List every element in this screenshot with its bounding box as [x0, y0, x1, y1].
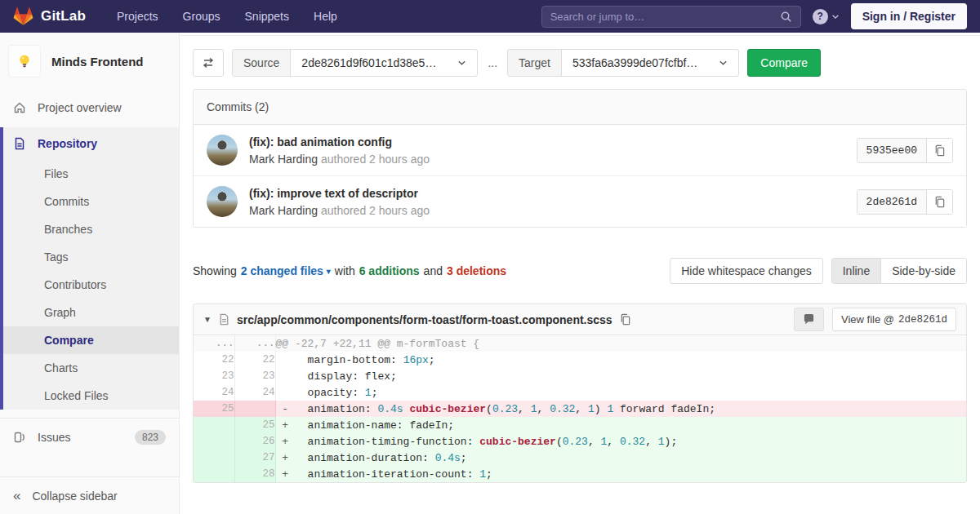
code-segment: , — [518, 403, 531, 415]
commit-author[interactable]: Mark Harding — [249, 153, 318, 166]
sidebar-item-tags[interactable]: Tags — [3, 243, 179, 271]
new-line-number[interactable]: 26 — [234, 433, 275, 450]
new-line-number[interactable]: 25 — [234, 417, 275, 433]
file-path[interactable]: src/app/common/components/form-toast/for… — [237, 313, 612, 326]
sidebar-item-project-overview[interactable]: Project overview — [0, 91, 179, 124]
diff-sign — [275, 384, 295, 401]
nav-snippets[interactable]: Snippets — [245, 10, 289, 23]
copy-sha-button[interactable] — [927, 190, 952, 214]
sidebar-item-graph[interactable]: Graph — [3, 299, 179, 326]
old-line-number[interactable]: 25 — [194, 401, 234, 417]
copy-sha-icon — [933, 144, 946, 157]
side-by-side-view-button[interactable]: Side-by-side — [880, 259, 966, 283]
sidebar-item-repository[interactable]: Repository — [3, 127, 179, 160]
new-line-number[interactable]: 27 — [234, 450, 275, 466]
hide-whitespace-button[interactable]: Hide whitespace changes — [670, 258, 823, 284]
diff-sign: + — [275, 433, 295, 450]
compare-button[interactable]: Compare — [747, 49, 821, 77]
old-line-number[interactable]: 24 — [194, 384, 234, 401]
sidebar: Minds Frontend Project overview Reposito… — [0, 33, 180, 514]
diff-code: animation-timing-function: cubic-bezier(… — [295, 433, 966, 450]
changed-files-dropdown[interactable]: 2 changed files ▾ — [241, 264, 331, 277]
commit-title[interactable]: (fix): improve text of descriptor — [249, 187, 857, 200]
collapse-sidebar-button[interactable]: « Collapse sidebar — [0, 476, 179, 514]
code-segment: , — [537, 403, 550, 415]
new-line-number[interactable]: 28 — [234, 466, 275, 482]
sidebar-item-charts[interactable]: Charts — [3, 354, 179, 382]
old-line-number[interactable] — [194, 450, 234, 466]
new-line-number[interactable] — [234, 401, 275, 417]
old-line-number[interactable]: 22 — [194, 352, 234, 368]
document-icon — [13, 137, 26, 150]
gitlab-logo[interactable]: GitLab — [13, 7, 86, 26]
diff-sign — [275, 352, 295, 368]
sidebar-item-branches[interactable]: Branches — [3, 215, 179, 243]
new-line-number[interactable]: 23 — [234, 368, 275, 384]
commits-panel: Commits (2) (fix): bad animation configM… — [193, 89, 967, 228]
old-line-number[interactable] — [194, 433, 234, 450]
code-segment: , — [607, 436, 620, 448]
file-diff-panel: ▼ src/app/common/components/form-toast/f… — [193, 304, 967, 483]
commit-sha-group: 5935ee00 — [857, 138, 953, 163]
source-value: 2de8261d9f601c1d38e5… — [301, 56, 436, 69]
swap-revisions-button[interactable] — [193, 49, 224, 77]
target-branch-select[interactable]: Target 533fa6a3999de07fcfbf… — [507, 49, 739, 77]
sidebar-item-commits[interactable]: Commits — [3, 188, 179, 215]
diff-table: ......@@ -22,7 +22,11 @@ m-formToast {22… — [194, 335, 966, 482]
old-line-number[interactable]: 23 — [194, 368, 234, 384]
target-label: Target — [508, 50, 562, 76]
copy-sha-button[interactable] — [927, 139, 952, 162]
view-file-button[interactable]: View file @ 2de8261d — [832, 308, 956, 331]
sidebar-item-contributors[interactable]: Contributors — [3, 271, 179, 299]
sidebar-item-compare[interactable]: Compare — [3, 326, 179, 354]
copy-path-icon[interactable] — [619, 313, 631, 326]
code-segment: opacity: — [295, 387, 365, 399]
nav-help[interactable]: Help — [314, 10, 337, 23]
new-line-number[interactable]: ... — [234, 335, 275, 352]
sidebar-item-locked-files[interactable]: Locked Files — [3, 382, 179, 410]
sidebar-item-files[interactable]: Files — [3, 160, 179, 188]
global-search[interactable] — [541, 6, 801, 28]
source-branch-select[interactable]: Source 2de8261d9f601c1d38e5… — [232, 49, 478, 77]
repo-subnav: FilesCommitsBranchesTagsContributorsGrap… — [3, 160, 179, 410]
code-segment: cubic-bezier — [479, 436, 556, 448]
showing-label: Showing — [193, 264, 237, 277]
commit-author[interactable]: Mark Harding — [249, 204, 318, 217]
navbar-right: ? Sign in / Register — [541, 3, 967, 29]
project-title-row[interactable]: Minds Frontend — [0, 33, 179, 91]
code-segment: ( — [556, 436, 563, 448]
sidebar-item-issues[interactable]: Issues 823 — [0, 418, 179, 456]
hunk-header: @@ -22,7 +22,11 @@ m-formToast { — [275, 335, 966, 352]
file-diff-header: ▼ src/app/common/components/form-toast/f… — [194, 304, 966, 335]
commit-title[interactable]: (fix): bad animation config — [249, 135, 857, 148]
sign-in-register-button[interactable]: Sign in / Register — [851, 3, 967, 29]
chevron-down-icon — [831, 14, 840, 20]
old-line-number[interactable] — [194, 466, 234, 482]
new-line-number[interactable]: 24 — [234, 384, 275, 401]
search-input[interactable] — [550, 11, 780, 23]
old-line-number[interactable] — [194, 417, 234, 433]
code-segment: ; — [429, 354, 435, 366]
toggle-comments-button[interactable] — [794, 308, 824, 331]
nav-projects[interactable]: Projects — [117, 10, 158, 23]
commit-sha[interactable]: 5935ee00 — [858, 139, 927, 162]
help-menu[interactable]: ? — [813, 9, 840, 24]
code-segment: ; — [486, 468, 492, 481]
help-icon: ? — [813, 9, 828, 24]
old-line-number[interactable]: ... — [194, 335, 234, 352]
commit-author-avatar[interactable] — [207, 186, 238, 217]
double-chevron-left-icon: « — [13, 489, 20, 503]
with-label: with — [335, 264, 355, 277]
commit-author-avatar[interactable] — [207, 135, 238, 166]
commit-sha[interactable]: 2de8261d — [858, 190, 927, 214]
code-segment: , — [588, 436, 601, 448]
diff-line: 25- animation: 0.4s cubic-bezier(0.23, 1… — [194, 401, 966, 417]
code-segment: cubic-bezier — [409, 403, 486, 415]
nav-groups[interactable]: Groups — [183, 10, 220, 23]
inline-view-button[interactable]: Inline — [832, 259, 880, 283]
code-segment: 1 — [365, 387, 372, 399]
new-line-number[interactable]: 22 — [234, 352, 275, 368]
collapse-diff-caret[interactable]: ▼ — [203, 315, 212, 324]
diff-sign — [275, 368, 295, 384]
code-segment: ( — [486, 403, 492, 415]
